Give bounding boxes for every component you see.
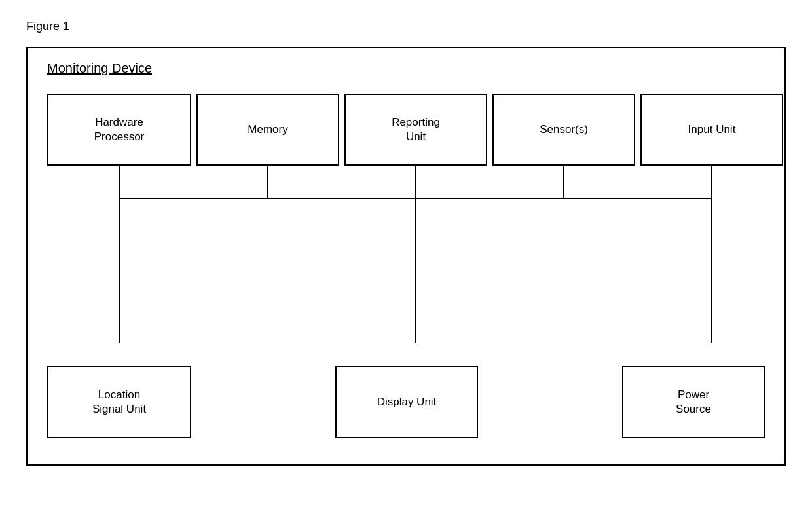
device-title: Monitoring Device (47, 61, 771, 76)
outer-box: Monitoring Device (26, 47, 786, 466)
power-source-label: PowerSource (676, 388, 711, 417)
page: Figure 1 Monitoring Device (0, 0, 812, 505)
hardware-processor-box: HardwareProcessor (47, 94, 191, 166)
input-unit-label: Input Unit (688, 122, 736, 137)
memory-box: Memory (196, 94, 339, 166)
sensors-label: Sensor(s) (540, 122, 588, 137)
display-unit-box: Display Unit (335, 366, 478, 438)
power-source-box: PowerSource (622, 366, 765, 438)
memory-label: Memory (248, 122, 287, 137)
location-signal-label: LocationSignal Unit (92, 388, 146, 417)
sensors-box: Sensor(s) (492, 94, 635, 166)
reporting-unit-label: ReportingUnit (392, 115, 440, 144)
input-unit-box: Input Unit (640, 94, 783, 166)
reporting-unit-box: ReportingUnit (344, 94, 487, 166)
location-signal-unit-box: LocationSignal Unit (47, 366, 191, 438)
hardware-processor-label: HardwareProcessor (94, 115, 145, 144)
figure-label: Figure 1 (26, 20, 786, 33)
display-unit-label: Display Unit (377, 395, 437, 409)
